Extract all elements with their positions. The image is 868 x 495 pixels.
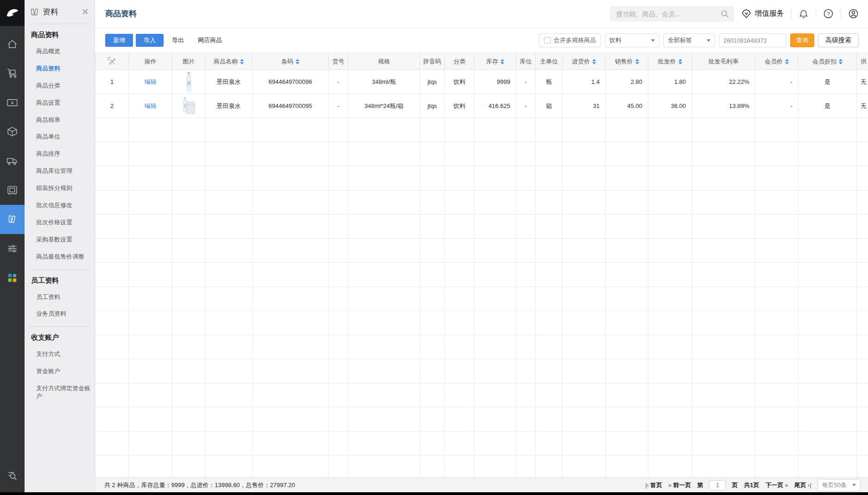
empty-cell <box>857 407 868 432</box>
empty-cell <box>348 407 420 432</box>
empty-cell <box>253 432 329 456</box>
sidebar-item[interactable]: 商品分类 <box>25 77 95 95</box>
empty-cell <box>606 190 648 215</box>
advanced-search-button[interactable]: 高级搜索 <box>818 33 859 47</box>
empty-cell <box>95 407 129 432</box>
rail-item-truck-icon[interactable] <box>0 146 25 176</box>
global-search-input[interactable] <box>616 10 720 18</box>
rail-item-package-icon[interactable] <box>0 117 25 146</box>
first-page-button[interactable]: |‹首页 <box>645 481 662 489</box>
user-account-icon[interactable] <box>848 8 859 19</box>
column-header-stock[interactable]: 库存 <box>475 53 516 70</box>
sidebar-item[interactable]: 商品单位 <box>25 128 95 146</box>
sidebar-item[interactable]: 商品排序 <box>25 146 95 163</box>
rail-item-sliders-icon[interactable] <box>0 234 25 263</box>
sidebar-item[interactable]: 支付方式绑定资金账户 <box>25 380 95 405</box>
merge-specs-checkbox[interactable] <box>544 37 551 44</box>
help-icon[interactable]: ? <box>823 8 834 19</box>
sidebar-section-header: 收支账户 <box>25 327 95 346</box>
column-header-member_price[interactable]: 会员价 <box>755 53 798 70</box>
prev-page-button[interactable]: «前一页 <box>668 481 691 489</box>
rail-item-home-icon[interactable] <box>0 30 25 59</box>
sidebar-item[interactable]: 商品概览 <box>25 43 95 60</box>
column-header-name[interactable]: 商品名称 <box>205 53 253 70</box>
sidebar-item[interactable]: 商品税率 <box>25 112 95 129</box>
empty-cell <box>516 311 536 335</box>
sidebar-item[interactable]: 采购基数设置 <box>25 231 95 248</box>
sidebar-item[interactable]: 员工资料 <box>25 289 95 306</box>
product-image[interactable] <box>183 96 195 116</box>
online-store-products-button[interactable]: 网店商品 <box>192 36 228 44</box>
global-search-box[interactable] <box>610 6 734 22</box>
notification-bell-icon[interactable] <box>798 9 809 19</box>
sort-arrows-icon[interactable] <box>678 59 682 64</box>
empty-table-row <box>95 407 868 432</box>
page-size-select[interactable]: 每页50条 <box>817 479 861 491</box>
sort-arrows-icon[interactable] <box>240 59 244 64</box>
rail-item-apps-grid-icon[interactable] <box>0 263 25 292</box>
cell-member_price: - <box>755 70 798 94</box>
rail-item-cash-icon[interactable]: ¥ <box>0 88 25 117</box>
sidebar-section-header: 员工资料 <box>25 270 95 289</box>
search-icon[interactable] <box>720 9 729 19</box>
category-filter-select[interactable]: 饮料 <box>605 33 659 47</box>
column-header-sale_price[interactable]: 销售价 <box>606 53 648 70</box>
import-button[interactable]: 导入 <box>136 34 164 47</box>
query-button[interactable]: 查询 <box>790 33 814 47</box>
keyword-input[interactable] <box>719 33 786 47</box>
column-header-purchase_price[interactable]: 进货价 <box>563 53 606 70</box>
empty-cell <box>420 263 445 287</box>
sidebar-item[interactable]: 批次价格设置 <box>25 214 95 231</box>
sidebar-item[interactable]: 商品资料 <box>25 60 95 77</box>
empty-cell <box>329 359 348 383</box>
cell-index: 1 <box>95 70 129 94</box>
cell-pinyin: jtqs <box>420 70 445 94</box>
column-header-barcode[interactable]: 条码 <box>253 53 329 70</box>
empty-cell <box>329 383 348 407</box>
empty-table-row <box>95 287 868 311</box>
empty-cell <box>536 263 563 287</box>
edit-link[interactable]: 编辑 <box>145 102 157 109</box>
search-list-icon[interactable] <box>6 470 19 482</box>
edit-link[interactable]: 编辑 <box>145 78 157 85</box>
empty-cell <box>563 407 606 432</box>
export-button[interactable]: 导出 <box>166 36 190 44</box>
empty-cell <box>692 263 755 287</box>
sort-arrows-icon[interactable] <box>296 59 299 64</box>
rail-item-files-icon[interactable] <box>0 205 25 234</box>
column-header-wholesale_price[interactable]: 批发价 <box>648 53 692 70</box>
app-logo[interactable] <box>0 0 25 26</box>
sort-arrows-icon[interactable] <box>592 59 596 64</box>
add-button[interactable]: 新增 <box>105 34 133 47</box>
sidebar-item[interactable]: 组装拆分规则 <box>25 180 95 197</box>
sidebar-item[interactable]: 商品设置 <box>25 95 95 112</box>
empty-cell <box>420 432 445 456</box>
sidebar-item[interactable]: 资金账户 <box>25 363 95 380</box>
merge-specs-checkbox-group[interactable]: 合并多规格商品 <box>539 33 601 47</box>
page-number-input[interactable] <box>709 480 726 490</box>
cell-spec: 348ml/瓶 <box>348 70 420 94</box>
tag-filter-select[interactable]: 全部标签 <box>663 33 715 47</box>
value-added-services-button[interactable]: 增值服务 <box>741 8 784 19</box>
empty-cell <box>755 118 798 142</box>
cell-wholesale_price: 36.00 <box>648 94 692 118</box>
sidebar-item[interactable]: 支付方式 <box>25 346 95 363</box>
close-icon[interactable]: ✕ <box>82 7 89 16</box>
product-image[interactable] <box>185 72 192 92</box>
last-page-button[interactable]: 尾页›| <box>794 481 811 489</box>
sidebar-item[interactable]: 商品库位管理 <box>25 163 95 180</box>
sidebar-item[interactable]: 业务员资料 <box>25 305 95 323</box>
next-page-button[interactable]: 下一页» <box>766 481 788 489</box>
sort-arrows-icon[interactable] <box>839 59 843 64</box>
sort-arrows-icon[interactable] <box>635 59 639 64</box>
empty-cell <box>172 311 205 335</box>
rail-item-trolley-icon[interactable] <box>0 59 25 88</box>
column-header-member_discount[interactable]: 会员折扣 <box>798 53 857 70</box>
sidebar-item[interactable]: 商品最低售价调整 <box>25 248 95 266</box>
rail-item-safe-icon[interactable] <box>0 176 25 205</box>
sort-arrows-icon[interactable] <box>501 59 504 64</box>
empty-table-row <box>95 359 868 383</box>
sidebar-item[interactable]: 批次信息修改 <box>25 197 95 214</box>
column-header-index[interactable] <box>95 53 129 70</box>
sort-arrows-icon[interactable] <box>785 59 789 64</box>
